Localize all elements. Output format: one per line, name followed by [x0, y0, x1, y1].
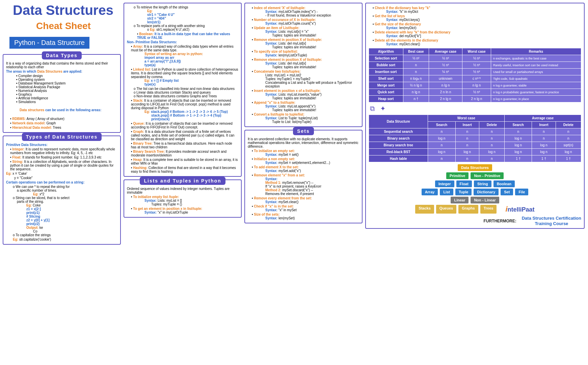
- data-types-intro: It is a way of organizing data that cont…: [6, 62, 117, 69]
- language-tag: Python - Data Structure: [9, 37, 89, 49]
- ds-hierarchy-tree: Data Structures PrimitiveNon - Primitive…: [369, 164, 581, 214]
- section-head-lists: Lists and Tuples in Python: [140, 177, 225, 185]
- panel-lists-continued: • Index of element 'X' of list/tuple: Sy…: [244, 3, 363, 127]
- panel-data-types: Data Types It is a way of organizing dat…: [3, 54, 121, 133]
- subtitle: Cheat Sheet: [6, 21, 121, 31]
- panel-col2-continued: To retrieve the length of the strings Eg…: [124, 3, 242, 177]
- areas-label: The areas in which Data Structures are a…: [6, 70, 117, 73]
- cta-link[interactable]: Data Structures CertificationTraining Co…: [522, 216, 581, 226]
- areas-list: Compiler designOperating systemDatabase …: [6, 74, 117, 104]
- algorithm-complexity-table: AlgorithmBest caseAverage caseWorst case…: [369, 48, 581, 102]
- page-title: Data Structures: [13, 3, 121, 18]
- data-structure-complexity-table: Data StructureWorst caseAverage case Sea…: [369, 115, 581, 162]
- use-label: Data structures can be used in the follo…: [6, 108, 117, 112]
- furthermore-label: FURTHERMORE:: [483, 219, 516, 223]
- section-head-sets: Sets: [293, 127, 314, 135]
- section-head-types: Types of Data Structures: [22, 133, 102, 141]
- tree-icon: ⧉: [370, 105, 375, 113]
- panel-lists-tuples: Lists and Tuples in Python Ordered seque…: [124, 179, 242, 218]
- primitive-label: Primitive Data Structures:: [6, 143, 117, 147]
- panel-types-ds: Types of Data Structures Primitive Data …: [3, 136, 121, 245]
- brand-logo: intelliPaat: [505, 205, 534, 214]
- graph-icon: ✦: [380, 104, 386, 113]
- panel-dict-tables: • Check if the dictionary has key "k"Syn…: [365, 3, 585, 229]
- nonprim-label: Non- Primitive Data Structures:: [127, 40, 238, 44]
- string-ops-label: Certain operations can be performed on a…: [6, 180, 117, 184]
- ds-icons: ⧉✦: [370, 104, 581, 113]
- footer: FURTHERMORE: Data Structures Certificati…: [369, 216, 581, 226]
- section-head-data-types: Data Types: [42, 51, 82, 59]
- models-list: • RDBMS: Array ( Array of structure) • N…: [6, 117, 117, 129]
- panel-sets: Sets It is an unordered collection with …: [244, 130, 363, 223]
